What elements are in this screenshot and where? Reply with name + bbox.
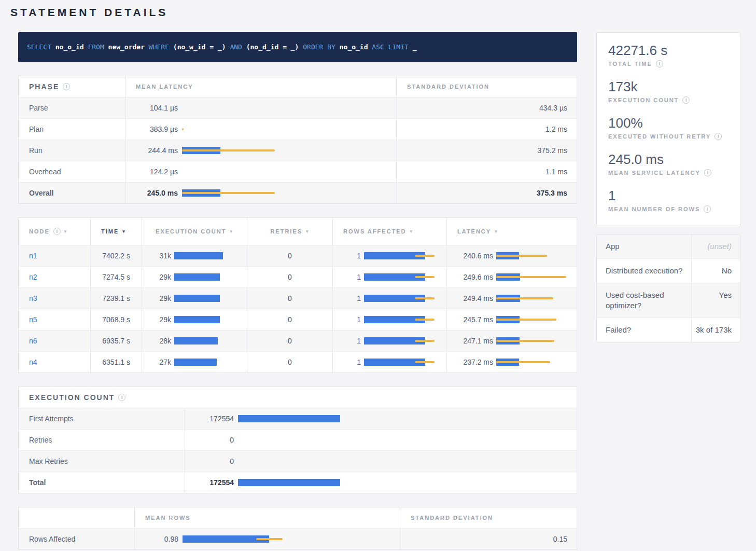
exec-row-value-cell: 172554 xyxy=(185,408,578,429)
rows-affected-header-cell[interactable]: ROWS AFFECTED ▾ xyxy=(332,218,446,245)
std-dev-value: 1.2 ms xyxy=(396,119,578,140)
execution-count-header: EXECUTION COUNT i xyxy=(19,387,577,408)
sql-identifier: _ xyxy=(413,43,417,51)
sql-keyword: SELECT xyxy=(27,43,51,51)
latency-cell: 249.4 ms xyxy=(446,288,578,309)
node-link-cell: n6 xyxy=(19,330,90,351)
failed-value: 3k of 173k xyxy=(691,318,740,342)
node-link[interactable]: n6 xyxy=(29,337,37,345)
node-link-cell: n1 xyxy=(19,245,90,266)
execution-count-bar xyxy=(238,458,573,465)
mean-latency-value: 104.1 µs xyxy=(134,104,178,112)
mean-latency-cell: 104.1 µs xyxy=(125,98,396,118)
node-link[interactable]: n4 xyxy=(29,358,37,366)
time-value: 7402.2 s xyxy=(90,245,142,266)
table-row: Parse 104.1 µs 434.3 µs xyxy=(19,97,577,118)
details-row-failed: Failed? 3k of 173k xyxy=(597,318,740,342)
mean-service-latency-value: 245.0 ms xyxy=(608,151,729,168)
summary-item: 245.0 ms MEAN SERVICE LATENCY i xyxy=(608,151,729,176)
sql-keyword: FROM xyxy=(88,43,104,51)
rows-affected-bar xyxy=(364,337,444,345)
empty-header-cell xyxy=(19,507,134,528)
node-header-cell[interactable]: NODE i ▾ xyxy=(19,218,90,245)
retries-value: 0 xyxy=(247,352,332,373)
info-icon[interactable]: i xyxy=(682,97,690,104)
execution-count-cell: 29k xyxy=(142,267,247,287)
mean-latency-cell: 124.2 µs xyxy=(125,161,396,182)
failed-label: Failed? xyxy=(597,318,691,342)
sort-arrow-icon: ▾ xyxy=(122,229,126,234)
time-value: 7068.9 s xyxy=(90,309,142,330)
total-time-value: 42271.6 s xyxy=(608,42,729,59)
executed-without-retry-value: 100% xyxy=(608,115,729,131)
table-row-overall: Overall 245.0 ms 375.3 ms xyxy=(19,182,577,203)
retries-value: 0 xyxy=(247,267,332,287)
node-link[interactable]: n3 xyxy=(29,294,37,302)
info-icon[interactable]: i xyxy=(63,83,70,90)
retries-header-cell[interactable]: RETRIES ▾ xyxy=(247,218,332,245)
info-icon[interactable]: i xyxy=(715,133,722,140)
retries-value: 0 xyxy=(247,245,332,266)
rows-affected-cell: 1 xyxy=(332,309,446,330)
sort-arrow-icon: ▾ xyxy=(64,229,68,234)
rows-affected-cell: 1 xyxy=(332,267,446,287)
mean-number-of-rows-label: MEAN NUMBER OF ROWS i xyxy=(608,205,729,213)
table-row: Run 244.4 ms 375.2 ms xyxy=(19,140,577,161)
sql-identifier: (no_w_id = _) xyxy=(173,43,226,51)
distributed-execution-value: No xyxy=(691,259,740,283)
info-icon[interactable]: i xyxy=(704,205,711,213)
sql-identifier: new_order xyxy=(108,43,145,51)
info-icon[interactable]: i xyxy=(656,60,663,67)
table-row: Rows Affected 0.98 0.15 xyxy=(19,528,577,549)
latency-bar xyxy=(182,168,393,175)
info-icon[interactable]: i xyxy=(53,228,61,235)
execution-count-bar xyxy=(174,359,244,366)
summary-item: 100% EXECUTED WITHOUT RETRY i xyxy=(608,115,729,140)
table-row: Retries 0 xyxy=(19,429,577,450)
execution-count-cell: 29k xyxy=(142,309,247,330)
execution-count-cell: 28k xyxy=(142,330,247,351)
sort-arrow-icon: ▾ xyxy=(495,229,498,234)
mean-number-of-rows-value: 1 xyxy=(608,187,729,204)
cost-based-optimizer-label: Used cost-based optimizer? xyxy=(597,283,691,318)
time-value: 6935.7 s xyxy=(90,330,142,351)
execution-count-bar xyxy=(238,436,573,444)
phase-label: Plan xyxy=(19,119,125,140)
execution-count-header-cell[interactable]: EXECUTION COUNT ▾ xyxy=(142,218,247,245)
info-icon[interactable]: i xyxy=(704,169,711,176)
summary-sidebar: 42271.6 s TOTAL TIME i 173k EXECUTION CO… xyxy=(596,32,740,550)
phase-header-cell: PHASE i xyxy=(19,76,125,97)
rows-affected-bar xyxy=(364,295,444,302)
node-link-cell: n5 xyxy=(19,309,90,330)
exec-row-label: First Attempts xyxy=(19,408,185,429)
rows-affected-label: Rows Affected xyxy=(19,529,134,549)
node-link-cell: n3 xyxy=(19,288,90,309)
node-link[interactable]: n5 xyxy=(29,315,37,324)
sort-arrow-icon: ▾ xyxy=(230,229,233,234)
retries-value: 0 xyxy=(247,309,332,330)
table-row-total: Total 172554 xyxy=(19,472,577,493)
rows-affected-bar xyxy=(364,252,444,259)
latency-header-cell[interactable]: LATENCY ▾ xyxy=(446,218,578,245)
info-icon[interactable]: i xyxy=(118,394,125,401)
mean-latency-cell: 244.4 ms xyxy=(125,140,396,161)
phase-table: PHASE i MEAN LATENCY STANDARD DEVIATION … xyxy=(18,76,577,204)
latency-bar xyxy=(496,316,576,323)
exec-row-value-cell: 0 xyxy=(185,430,578,450)
rows-affected-cell: 1 xyxy=(332,352,446,373)
sql-keyword: AND xyxy=(230,43,242,51)
sql-keyword: ORDER BY xyxy=(303,43,335,51)
sql-keyword: WHERE xyxy=(149,43,169,51)
mean-rows-bar xyxy=(183,535,396,543)
execution-count-bar xyxy=(174,252,244,259)
sql-identifier: no_o_id xyxy=(55,43,84,51)
exec-row-label: Max Retries xyxy=(19,451,185,472)
node-link[interactable]: n1 xyxy=(29,252,37,260)
execution-count-bar xyxy=(174,295,244,302)
time-value: 6351.1 s xyxy=(90,352,142,373)
latency-cell: 237.2 ms xyxy=(446,352,578,373)
node-link[interactable]: n2 xyxy=(29,273,37,281)
time-header-cell[interactable]: TIME ▾ xyxy=(90,218,142,245)
execution-count-cell: 27k xyxy=(142,352,247,373)
phase-label: Overall xyxy=(19,183,125,203)
